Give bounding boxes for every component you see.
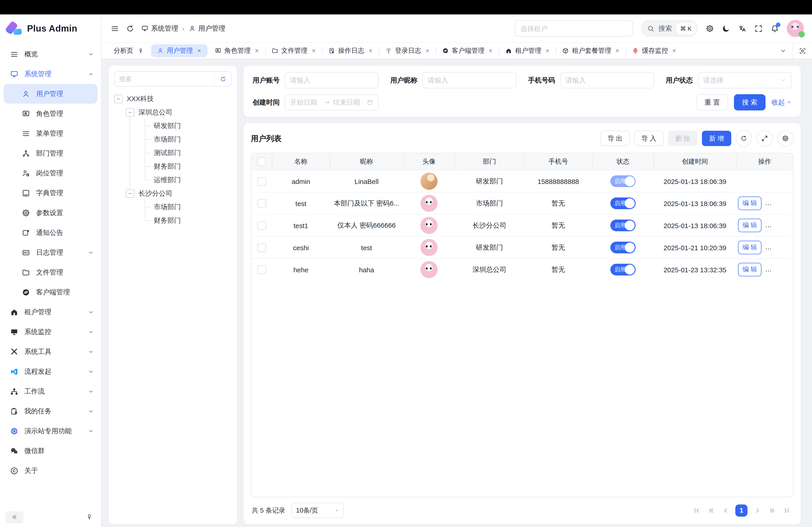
delete-button[interactable]: 删 除 <box>668 131 697 146</box>
close-icon[interactable] <box>311 48 316 53</box>
tree-leaf[interactable]: 市场部门 <box>141 133 231 146</box>
translate-icon[interactable] <box>738 24 746 33</box>
search-button[interactable]: 搜 索 <box>734 94 766 110</box>
tree-refresh-icon[interactable] <box>214 72 231 86</box>
tab[interactable]: 分析页 <box>108 43 149 59</box>
status-toggle[interactable]: 启用 <box>610 242 636 253</box>
tree-leaf[interactable]: 研发部门 <box>141 119 231 133</box>
nickname-input[interactable]: 请输入 <box>422 72 517 88</box>
table-expand-button[interactable] <box>756 130 773 147</box>
reset-button[interactable]: 重 置 <box>696 94 728 110</box>
jump-back-button[interactable] <box>705 504 717 517</box>
phone-input[interactable]: 请输入 <box>560 72 654 88</box>
more-button[interactable]: 更多 <box>792 221 793 230</box>
close-icon[interactable] <box>425 48 430 53</box>
close-icon[interactable] <box>368 48 373 53</box>
more-button[interactable]: 更多 <box>792 199 793 208</box>
sidebar-collapse-button[interactable] <box>5 511 24 523</box>
sidebar-item[interactable]: 文件管理 <box>4 262 98 282</box>
row-checkbox[interactable] <box>257 243 266 252</box>
next-page-button[interactable] <box>751 504 764 517</box>
sidebar-item[interactable]: 流程发起 <box>4 362 98 381</box>
status-toggle[interactable]: 启用 <box>610 220 636 231</box>
tree-leaf[interactable]: 财务部门 <box>141 160 231 173</box>
content-fullscreen-icon[interactable] <box>793 43 812 59</box>
tree-leaf[interactable]: 运维部门 <box>141 173 231 187</box>
sidebar-item[interactable]: 租户管理 <box>4 302 98 322</box>
dark-mode-moon-icon[interactable] <box>722 24 730 33</box>
tab[interactable]: 登录日志 <box>379 43 436 59</box>
sidebar-item[interactable]: 概览 <box>4 44 98 64</box>
global-search-button[interactable]: 搜索 ⌘ K <box>640 20 698 37</box>
current-page[interactable]: 1 <box>735 504 748 516</box>
refresh-page-icon[interactable] <box>126 24 134 33</box>
breadcrumb-item-user[interactable]: 用户管理 <box>188 24 225 33</box>
sidebar-item[interactable]: 部门管理 <box>4 144 98 163</box>
close-icon[interactable] <box>254 48 259 53</box>
settings-gear-icon[interactable] <box>706 24 714 33</box>
import-button[interactable]: 导 入 <box>634 131 664 146</box>
edit-button[interactable]: 编 辑 <box>738 241 762 254</box>
sidebar-item[interactable]: 微信群 <box>4 441 98 461</box>
close-icon[interactable] <box>672 48 677 53</box>
sidebar-item[interactable]: 用户管理 <box>4 84 98 104</box>
add-button[interactable]: 新 增 <box>702 131 731 146</box>
tab[interactable]: 用户管理 <box>151 44 207 57</box>
tab[interactable]: redis缓存监控 <box>626 43 683 59</box>
tree-leaf[interactable]: 财务部门 <box>141 214 231 227</box>
tab[interactable]: 客户端管理 <box>436 43 499 59</box>
sidebar-item[interactable]: 系统管理 <box>4 64 98 84</box>
sidebar-item[interactable]: 字典管理 <box>4 183 98 203</box>
fullscreen-icon[interactable] <box>754 24 763 33</box>
tab[interactable]: 角色管理 <box>209 43 265 59</box>
account-input[interactable]: 请输入 <box>285 72 379 88</box>
tab[interactable]: 操作日志 <box>322 43 379 59</box>
sidebar-pin-button[interactable] <box>83 511 96 523</box>
sidebar-item[interactable]: 客户端管理 <box>4 282 98 302</box>
edit-button[interactable]: 编 辑 <box>738 263 762 276</box>
tab[interactable]: 文件管理 <box>265 43 322 59</box>
collapse-filters-link[interactable]: 收起 <box>771 98 792 107</box>
edit-button[interactable]: 编 辑 <box>738 197 762 210</box>
edit-button[interactable]: 编 辑 <box>738 219 762 232</box>
row-checkbox[interactable] <box>257 221 266 230</box>
breadcrumb-item-system[interactable]: 系统管理 <box>141 24 178 33</box>
select-all-checkbox[interactable] <box>257 157 266 166</box>
first-page-button[interactable] <box>690 504 703 517</box>
last-page-button[interactable] <box>780 504 793 517</box>
close-icon[interactable] <box>615 48 620 53</box>
tree-collapse-icon[interactable] <box>114 94 123 103</box>
sidebar-item[interactable]: 系统工具 <box>4 342 98 362</box>
row-checkbox[interactable] <box>257 177 266 186</box>
notification-bell-icon[interactable] <box>770 24 779 33</box>
tree-node-branch[interactable]: 长沙分公司 <box>126 187 231 200</box>
sidebar-item[interactable]: 工作流 <box>4 381 98 401</box>
sidebar-item[interactable]: 系统监控 <box>4 322 98 342</box>
sidebar-item[interactable]: 菜单管理 <box>4 123 98 144</box>
sidebar-item[interactable]: 关于 <box>4 461 98 481</box>
pin-icon[interactable] <box>137 48 144 54</box>
status-toggle[interactable]: 启用 <box>610 175 636 187</box>
tree-collapse-icon[interactable] <box>126 108 134 117</box>
tree-leaf[interactable]: 测试部门 <box>141 146 231 160</box>
sidebar-item[interactable]: 通知公告 <box>4 223 98 243</box>
status-toggle[interactable]: 启用 <box>610 197 636 209</box>
tree-node-branch[interactable]: 深圳总公司 <box>126 105 231 119</box>
tree-leaf[interactable]: 市场部门 <box>141 200 231 214</box>
prev-page-button[interactable] <box>719 504 732 517</box>
sidebar-item[interactable]: 我的任务 <box>4 401 98 421</box>
sidebar-item[interactable]: DEV日志管理 <box>4 243 98 262</box>
more-button[interactable]: 更多 <box>792 265 793 274</box>
jump-forward-button[interactable] <box>766 504 778 517</box>
page-size-select[interactable]: 10条/页 <box>291 503 344 518</box>
sidebar-item[interactable]: 参数设置 <box>4 203 98 223</box>
hamburger-menu-icon[interactable] <box>111 24 119 33</box>
close-icon[interactable] <box>545 48 550 53</box>
sidebar-item[interactable]: 角色管理 <box>4 104 98 123</box>
sidebar-item[interactable]: 演示站专用功能 <box>4 421 98 441</box>
tree-search-input[interactable] <box>115 75 214 82</box>
tab[interactable]: 租户套餐管理 <box>556 43 626 59</box>
table-refresh-button[interactable] <box>736 130 752 147</box>
close-icon[interactable] <box>488 48 493 53</box>
sidebar-item[interactable]: 岗位管理 <box>4 163 98 183</box>
